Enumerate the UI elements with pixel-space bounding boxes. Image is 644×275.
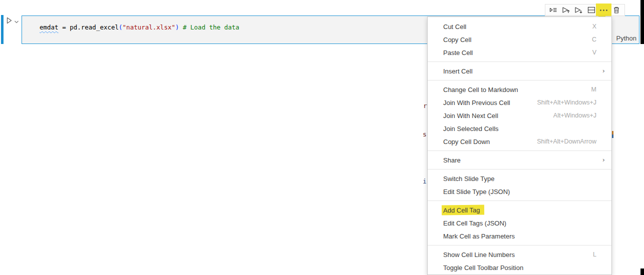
run-by-line-icon[interactable] [549,6,558,14]
cell-run-controls [6,16,21,28]
menu-item-label: Switch Slide Type [443,175,494,182]
menu-item-label: Add Cell Tag [442,205,485,216]
menu-item-label: Edit Slide Type (JSON) [443,188,510,196]
menu-item-copy-cell[interactable]: Copy CellC [428,33,611,46]
menu-separator [428,80,611,80]
menu-item-label: Join Selected Cells [443,125,499,132]
menu-item-edit-slide-type-json[interactable]: Edit Slide Type (JSON) [428,185,611,198]
notebook-editor: emdat = pd.read_excel("natural.xlsx") # … [0,0,644,275]
menu-item-cut-cell[interactable]: Cut CellX [428,20,611,33]
occluded-text-fragment: r [423,102,427,110]
menu-item-label: Insert Cell [443,68,473,75]
menu-item-label: Share [443,156,461,164]
menu-item-label: Cut Cell [443,23,466,30]
menu-item-join-selected-cells[interactable]: Join Selected Cells [428,122,611,135]
submenu-chevron-icon: › [602,67,605,74]
menu-item-paste-cell[interactable]: Paste CellV [428,46,611,59]
menu-item-label: Join With Previous Cell [443,99,510,106]
code-token-comment: # Load the data [179,24,239,31]
screen-edge-artifact [640,268,644,275]
more-actions-icon[interactable] [599,6,608,14]
menu-item-label: Paste Cell [443,49,473,56]
menu-item-mark-cell-as-parameters[interactable]: Mark Cell as Parameters [428,230,611,242]
menu-separator [428,245,611,246]
menu-item-join-with-previous-cell[interactable]: Join With Previous CellShift+Alt+Windows… [428,96,611,109]
menu-item-switch-slide-type[interactable]: Switch Slide Type [428,172,611,185]
screen-edge-artifact [640,0,644,44]
execute-above-cells-icon[interactable] [561,6,570,14]
execute-cell-and-below-icon[interactable] [574,6,583,14]
occluded-text-fragment: s [423,130,427,138]
menu-item-shortcut: L [593,251,596,258]
menu-item-label: Show Cell Line Numbers [443,251,515,258]
cell-focus-bar [1,15,4,44]
menu-item-label: Edit Cell Tags (JSON) [443,220,506,227]
occluded-icon-sliver [612,134,613,138]
menu-item-label: Change Cell to Markdown [443,86,518,94]
code-line[interactable]: emdat = pd.read_excel("natural.xlsx") # … [40,24,239,31]
code-token-plain: = pd.read_excel [59,24,119,31]
menu-item-copy-cell-down[interactable]: Copy Cell DownShift+Alt+DownArrow [428,135,611,148]
code-token-paren-open: ( [119,24,123,31]
menu-item-label: Toggle Cell Toolbar Position [443,264,523,272]
menu-item-shortcut: Shift+Alt+Windows+J [537,99,596,106]
menu-item-label: Copy Cell Down [443,138,490,146]
menu-item-show-cell-line-numbers[interactable]: Show Cell Line NumbersL [428,248,611,261]
menu-item-edit-cell-tags-json[interactable]: Edit Cell Tags (JSON) [428,216,611,230]
menu-item-label: Join With Next Cell [443,112,498,120]
occluded-text-fragment: i [423,178,427,185]
run-options-chevron-icon[interactable] [14,17,19,26]
cell-language-picker[interactable]: Python [616,34,636,42]
cell-context-menu: Cut CellXCopy CellCPaste CellVInsert Cel… [427,16,612,275]
menu-separator [428,169,611,170]
occluded-icon-sliver [612,131,613,134]
menu-item-label: Mark Cell as Parameters [443,232,515,240]
menu-item-share[interactable]: Share› [428,154,611,166]
code-token-variable: emdat [40,24,59,31]
menu-separator [428,150,611,151]
menu-item-shortcut: X [592,23,596,30]
menu-item-shortcut: M [591,86,596,93]
menu-item-add-cell-tag[interactable]: Add Cell Tag [428,204,611,216]
menu-item-toggle-cell-toolbar-position[interactable]: Toggle Cell Toolbar Position [428,261,611,274]
menu-separator [428,200,611,201]
menu-item-shortcut: V [592,49,596,56]
menu-item-shortcut: Shift+Alt+DownArrow [537,138,596,145]
submenu-chevron-icon: › [602,156,605,164]
code-token-string: "natural.xlsx" [123,24,175,31]
menu-separator [428,62,611,62]
run-cell-icon[interactable] [6,16,13,26]
menu-item-insert-cell[interactable]: Insert Cell› [428,64,611,78]
cell-toolbar [545,4,625,16]
menu-item-join-with-next-cell[interactable]: Join With Next CellAlt+Windows+J [428,109,611,122]
menu-item-shortcut: Alt+Windows+J [553,112,596,119]
menu-item-shortcut: C [592,36,596,43]
menu-item-label: Copy Cell [443,36,471,44]
split-cell-icon[interactable] [587,6,596,14]
delete-cell-icon[interactable] [612,6,621,14]
menu-item-change-cell-to-markdown[interactable]: Change Cell to MarkdownM [428,83,611,96]
